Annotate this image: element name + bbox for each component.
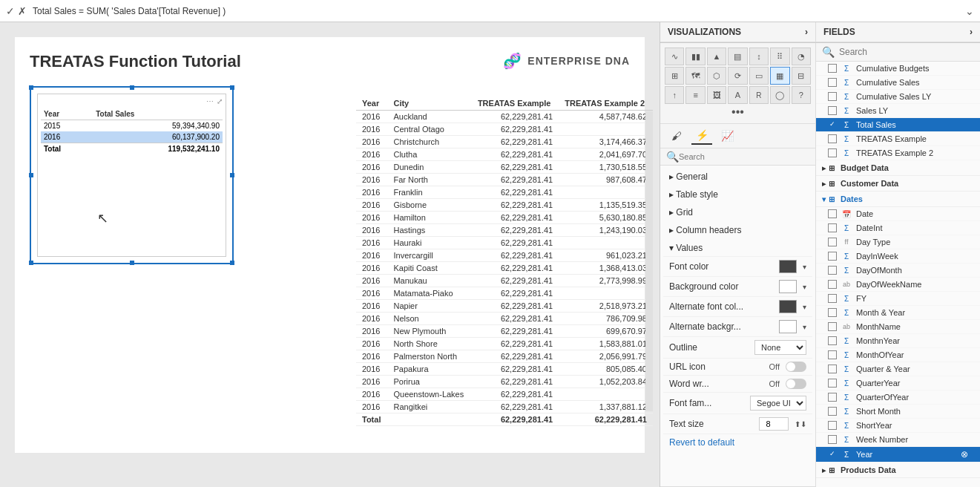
field-item-quareryear[interactable]: Σ Quarter & Year	[816, 362, 980, 376]
field-item-cumbudgets[interactable]: Σ Cumulative Budgets	[816, 62, 980, 76]
field-item-quarteryear2[interactable]: Σ QuarterYear	[816, 376, 980, 390]
field-checkbox[interactable]	[828, 350, 837, 359]
field-checkbox[interactable]	[828, 407, 837, 416]
field-item-cumsalesly[interactable]: Σ Cumulative Sales LY	[816, 90, 980, 104]
textsize-spinner[interactable]: ⬆⬇	[795, 420, 806, 428]
field-checkbox-year[interactable]	[828, 450, 837, 459]
field-item-fy[interactable]: Σ FY	[816, 292, 980, 306]
format-tab-format[interactable]: ⚡	[691, 127, 712, 145]
colheaders-header[interactable]: ▸ Column headers	[663, 222, 812, 238]
revert-link[interactable]: Revert to default	[669, 437, 806, 448]
field-item-totalsales[interactable]: Σ Total Sales	[816, 118, 980, 132]
field-item-shortmonth[interactable]: Σ Short Month	[816, 405, 980, 419]
field-item-dateint[interactable]: Σ DateInt	[816, 221, 980, 235]
field-item-treatas2[interactable]: Σ TREATAS Example 2	[816, 146, 980, 160]
field-checkbox[interactable]	[828, 134, 837, 143]
viz-icon-table[interactable]: ▦	[770, 67, 789, 85]
grid-header[interactable]: ▸ Grid	[663, 204, 812, 220]
field-checkbox[interactable]	[828, 421, 837, 430]
field-group-header-customer[interactable]: ▸ ⊞ Customer Data	[816, 176, 980, 192]
field-checkbox[interactable]	[828, 148, 837, 157]
viz-search-input[interactable]	[679, 152, 809, 161]
viz-icon-area[interactable]: ▲	[707, 48, 726, 65]
outline-dropdown[interactable]: None Top Bottom All	[754, 340, 806, 355]
field-checkbox[interactable]	[828, 308, 837, 317]
viz-more-dots[interactable]: •••	[731, 105, 744, 118]
general-header[interactable]: ▸ General	[663, 169, 812, 185]
viz-icon-r[interactable]: R	[749, 86, 769, 104]
field-item-monthnyear[interactable]: Σ MonthnYear	[816, 334, 980, 348]
cross-icon[interactable]: ✗	[18, 5, 27, 17]
viz-icon-bar[interactable]: ▮▮	[685, 48, 705, 65]
field-checkbox[interactable]	[828, 106, 837, 115]
field-item-dayinweek[interactable]: Σ DayInWeek	[816, 249, 980, 264]
field-checkbox[interactable]	[828, 238, 837, 246]
small-visual[interactable]: ⋯ ⤢ Year Total Sales 2015	[30, 86, 234, 264]
altfontcolor-chevron[interactable]: ▾	[803, 303, 806, 311]
viz-icon-kpi[interactable]: ↑	[665, 86, 684, 104]
field-item-quarterofyear[interactable]: Σ QuarterOfYear	[816, 390, 980, 405]
field-checkbox[interactable]	[828, 435, 837, 444]
field-item-monthyear[interactable]: Σ Month & Year	[816, 306, 980, 320]
field-group-header-products[interactable]: ▸ ⊞ Products Data	[816, 463, 980, 478]
fields-search-input[interactable]	[839, 47, 974, 57]
visual-menu-icon[interactable]: ⋯	[206, 97, 214, 105]
altfontcolor-swatch[interactable]	[779, 300, 797, 313]
fields-panel-chevron[interactable]: ›	[970, 27, 973, 37]
fontcolor-swatch[interactable]	[779, 260, 797, 273]
field-item-monthofyear[interactable]: Σ MonthOfYear	[816, 348, 980, 362]
viz-icon-slicer[interactable]: ≡	[685, 86, 705, 104]
viz-icon-map[interactable]: 🗺	[685, 67, 705, 85]
urlicon-toggle[interactable]	[786, 362, 806, 372]
field-checkbox[interactable]	[828, 223, 837, 232]
formula-expand-icon[interactable]: ⌄	[965, 5, 974, 17]
viz-icon-scatter[interactable]: ⠿	[770, 48, 789, 65]
viz-icon-line[interactable]: ∿	[665, 48, 684, 65]
wordwrap-toggle[interactable]	[786, 379, 806, 389]
field-checkbox[interactable]	[828, 322, 837, 331]
viz-icon-shape[interactable]: ◯	[770, 86, 789, 104]
field-item-dayofmonth[interactable]: Σ DayOfMonth	[816, 264, 980, 278]
checkmark-icon[interactable]: ✓	[6, 5, 15, 17]
viz-icon-qna[interactable]: ?	[792, 86, 811, 104]
field-checkbox[interactable]	[828, 209, 837, 218]
scrollbar[interactable]	[645, 111, 653, 411]
format-tab-analytics[interactable]: 📈	[717, 127, 737, 145]
field-item-cumsales[interactable]: Σ Cumulative Sales	[816, 76, 980, 90]
viz-icon-image[interactable]: 🖼	[707, 86, 726, 104]
viz-icon-textbox[interactable]: A	[728, 86, 747, 104]
field-checkbox[interactable]	[828, 336, 837, 345]
field-item-date[interactable]: 📅 Date	[816, 207, 980, 221]
viz-icon-treemap[interactable]: ⊞	[665, 67, 684, 85]
field-item-salesly[interactable]: Σ Sales LY	[816, 104, 980, 118]
viz-icon-ribbon[interactable]: ▤	[728, 48, 747, 65]
fontcolor-chevron[interactable]: ▾	[803, 263, 806, 271]
field-group-header-dates[interactable]: ▾ ⊞ Dates	[816, 192, 980, 207]
field-checkbox[interactable]	[828, 393, 837, 402]
visual-expand-icon[interactable]: ⤢	[217, 97, 223, 105]
viz-icon-pie[interactable]: ◔	[792, 48, 811, 65]
altbgcolor-chevron[interactable]: ▾	[803, 323, 806, 331]
bgcolor-swatch[interactable]	[779, 280, 797, 293]
year-sort-icon[interactable]: ⊗	[961, 449, 968, 460]
field-checkbox[interactable]	[828, 78, 837, 87]
field-checkbox[interactable]	[828, 64, 837, 73]
viz-icon-gauge[interactable]: ⟳	[728, 67, 747, 85]
field-checkbox[interactable]	[828, 294, 837, 303]
values-header[interactable]: ▾ Values	[663, 240, 812, 256]
field-item-daytype[interactable]: ff Day Type	[816, 235, 980, 249]
field-checkbox[interactable]	[828, 280, 837, 289]
field-checkbox[interactable]	[828, 365, 837, 373]
tablestyle-header[interactable]: ▸ Table style	[663, 186, 812, 203]
viz-icon-funnel[interactable]: ⬡	[707, 67, 726, 85]
field-checkbox[interactable]	[828, 266, 837, 275]
viz-more[interactable]: •••	[665, 105, 811, 119]
field-item-weeknumber[interactable]: Σ Week Number	[816, 433, 980, 447]
textsize-input[interactable]	[759, 417, 789, 431]
field-item-year[interactable]: Σ Year ⊗	[816, 447, 980, 463]
formula-input[interactable]	[33, 6, 959, 16]
vis-panel-chevron[interactable]: ›	[805, 27, 808, 37]
viz-icon-card[interactable]: ▭	[749, 67, 769, 85]
format-tab-paint[interactable]: 🖌	[666, 127, 687, 145]
field-checkbox[interactable]	[828, 252, 837, 261]
